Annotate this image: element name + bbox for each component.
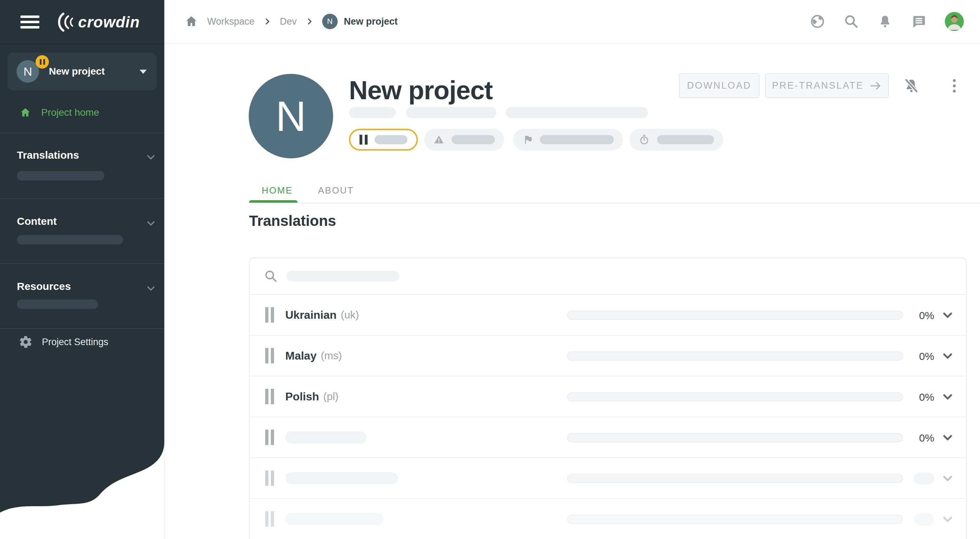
pause-icon <box>265 429 274 445</box>
chevron-down-icon[interactable] <box>940 390 955 404</box>
progress-percent: 0% <box>885 310 934 321</box>
sidebar-skeleton <box>17 299 98 309</box>
chevron-down-icon[interactable] <box>940 349 955 363</box>
header-skeleton <box>349 107 396 118</box>
progress-bar <box>567 474 903 483</box>
chevron-down-icon[interactable] <box>145 218 157 229</box>
chevron-down-icon[interactable] <box>940 512 955 526</box>
progress-bar <box>567 311 903 320</box>
breadcrumb-item-workspace[interactable]: Workspace <box>207 16 255 27</box>
status-badge-paused[interactable] <box>349 129 418 151</box>
sidebar-skeleton <box>17 171 105 180</box>
sidebar-item-label: Project home <box>41 107 99 118</box>
person-photo <box>945 12 964 31</box>
stopwatch-icon <box>638 134 650 146</box>
tab-bar: HOME ABOUT <box>249 181 366 200</box>
main-content: N New project <box>165 45 980 539</box>
sidebar-item-project-home[interactable]: Project home <box>19 106 99 119</box>
menu-hamburger-icon[interactable] <box>21 16 40 31</box>
crowdin-project-page: crowdin N New project Project home Trans… <box>0 0 980 539</box>
percent-skeleton <box>914 513 934 525</box>
sidebar-skeleton <box>17 235 123 245</box>
messages-chat-icon[interactable] <box>911 14 926 29</box>
pause-icon <box>265 511 274 527</box>
sidebar-item-label: Project Settings <box>42 337 108 348</box>
breadcrumb-project-avatar: N <box>322 14 338 29</box>
target-languages-chip[interactable] <box>513 129 623 151</box>
percent-skeleton <box>914 472 934 485</box>
language-row-ukrainian[interactable]: Ukrainian (uk) 0% <box>250 295 966 335</box>
arrow-right-icon <box>870 81 882 91</box>
language-row-malay[interactable]: Malay (ms) 0% <box>250 335 966 377</box>
sidebar-section-translations[interactable]: Translations <box>17 149 79 161</box>
sidebar-divider <box>0 328 164 329</box>
translations-card: Ukrainian (uk) 0% Malay (ms) 0% Polish (… <box>249 258 967 539</box>
home-icon[interactable] <box>184 14 199 29</box>
progress-bar <box>567 515 903 524</box>
language-row-loading[interactable]: 0% <box>250 417 966 458</box>
pre-translate-button[interactable]: PRE-TRANSLATE <box>765 73 889 98</box>
chevron-right-icon <box>305 17 314 26</box>
progress-bar <box>567 433 903 442</box>
sidebar-section-content[interactable]: Content <box>17 215 57 227</box>
tab-home[interactable]: HOME <box>249 181 305 200</box>
progress-percent: 0% <box>885 432 934 444</box>
chevron-down-icon[interactable] <box>940 431 955 445</box>
progress-bar <box>567 392 903 401</box>
project-paused-badge-icon <box>35 55 49 68</box>
project-avatar-large: N <box>249 74 333 158</box>
header-skeleton <box>406 107 496 118</box>
sidebar-section-resources[interactable]: Resources <box>17 280 71 293</box>
name-skeleton <box>285 513 383 525</box>
pause-icon <box>265 307 274 323</box>
download-button[interactable]: DOWNLOAD <box>679 73 759 98</box>
svg-text:crowdin: crowdin <box>78 13 140 30</box>
chip-skeleton <box>452 135 495 144</box>
breadcrumb: Workspace Dev N New project <box>184 0 398 43</box>
sidebar-topbar-divider <box>0 44 164 45</box>
sidebar-item-project-settings[interactable]: Project Settings <box>19 335 108 349</box>
tab-bar-divider <box>249 203 980 204</box>
chip-skeleton <box>375 135 407 144</box>
project-switcher-name: New project <box>49 66 105 77</box>
topbar-actions <box>810 0 964 43</box>
activity-chip[interactable] <box>629 129 723 151</box>
pause-icon <box>265 471 274 486</box>
name-skeleton <box>285 431 366 443</box>
chevron-down-icon[interactable] <box>940 471 955 485</box>
sidebar-divider <box>0 198 164 199</box>
sidebar-divider <box>0 133 164 134</box>
topbar: Workspace Dev N New project <box>165 0 980 44</box>
chevron-down-icon[interactable] <box>940 308 955 322</box>
mute-notifications-bell-off-icon[interactable] <box>903 77 920 94</box>
language-search-input[interactable] <box>250 258 966 295</box>
language-globe-icon[interactable] <box>810 14 825 29</box>
search-skeleton <box>286 271 399 281</box>
search-icon <box>264 269 278 283</box>
breadcrumb-item-dev[interactable]: Dev <box>280 16 297 27</box>
notifications-bell-icon[interactable] <box>877 14 893 29</box>
tab-about[interactable]: ABOUT <box>305 181 366 200</box>
issues-chip[interactable] <box>424 129 504 151</box>
project-switcher[interactable]: N New project <box>7 52 156 91</box>
crowdin-logo[interactable]: crowdin <box>49 11 155 33</box>
pause-icon <box>265 348 274 363</box>
flag-icon <box>522 134 533 145</box>
home-icon <box>19 106 32 119</box>
breadcrumb-current-project[interactable]: New project <box>344 16 398 27</box>
caret-down-icon <box>140 70 147 74</box>
translations-section-title: Translations <box>249 213 336 229</box>
language-row-loading[interactable] <box>250 458 966 499</box>
chevron-down-icon[interactable] <box>145 283 157 294</box>
chip-skeleton <box>657 135 714 144</box>
chevron-down-icon[interactable] <box>145 151 157 163</box>
pause-icon <box>265 389 274 404</box>
language-row-polish[interactable]: Polish (pl) 0% <box>250 377 966 417</box>
search-icon[interactable] <box>843 14 859 29</box>
account-avatar[interactable] <box>945 12 964 31</box>
chip-skeleton <box>540 135 614 144</box>
language-row-loading[interactable] <box>250 499 966 539</box>
more-options-kebab-icon[interactable] <box>947 78 962 94</box>
page-title: New project <box>349 75 492 105</box>
sidebar: crowdin N New project Project home Trans… <box>0 0 165 539</box>
